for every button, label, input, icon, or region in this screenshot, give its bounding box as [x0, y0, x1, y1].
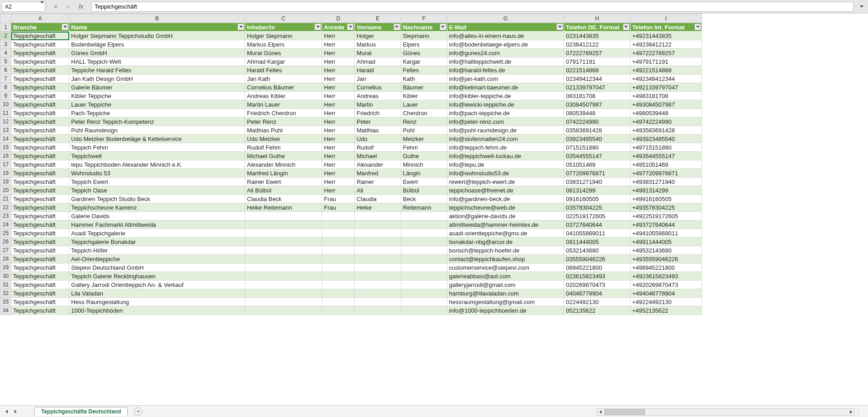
cell[interactable]: Bodenbeläge Elpers: [69, 40, 245, 49]
cell[interactable]: Markus Elpers: [245, 40, 322, 49]
cell[interactable]: 0224492130: [564, 298, 630, 306]
cell[interactable]: [355, 220, 401, 229]
cell[interactable]: +4952135622: [630, 306, 702, 315]
cell[interactable]: +4981314299: [630, 186, 702, 195]
cell[interactable]: Pohl Raumdesign: [69, 126, 245, 135]
cell[interactable]: [355, 289, 401, 298]
cell[interactable]: +4920269870473: [630, 281, 702, 289]
cancel-icon[interactable]: ✕: [52, 3, 60, 11]
table-header-cell[interactable]: Nachname: [401, 23, 447, 32]
cell[interactable]: 03831271940: [564, 178, 630, 186]
cell[interactable]: Teppichgeschäft: [11, 263, 69, 272]
cell[interactable]: Herr: [322, 169, 355, 178]
cell[interactable]: [355, 306, 401, 315]
table-header-cell[interactable]: Telefon DE. Format: [564, 23, 630, 32]
cell[interactable]: Teppichgeschäft: [11, 100, 69, 109]
cell[interactable]: Teppich Galerie Recklinghausen: [69, 272, 245, 281]
cell[interactable]: Teppichgeschäft: [11, 246, 69, 255]
cell[interactable]: Claudia Beck: [245, 195, 322, 203]
scroll-left-icon[interactable]: [597, 409, 603, 415]
cell[interactable]: Herr: [322, 100, 355, 109]
cell[interactable]: Teppichscheune Kamenz: [69, 203, 245, 212]
cell[interactable]: Herr: [322, 75, 355, 83]
row-header[interactable]: 32: [0, 289, 11, 298]
row-header[interactable]: 21: [0, 195, 11, 203]
cell[interactable]: Günes GmbH: [69, 49, 245, 57]
scroll-thumb[interactable]: [604, 409, 645, 415]
cell[interactable]: Reitemann: [401, 203, 447, 212]
row-header[interactable]: 12: [0, 117, 11, 126]
cell[interactable]: Gardinen Teppich Studio Beck: [69, 195, 245, 203]
row-header[interactable]: 5: [0, 57, 11, 66]
cell[interactable]: [245, 220, 322, 229]
row-header[interactable]: 8: [0, 83, 11, 92]
cell[interactable]: Herr: [322, 160, 355, 169]
cell[interactable]: [322, 281, 355, 289]
row-header[interactable]: 7: [0, 75, 11, 83]
cell[interactable]: Herr: [322, 57, 355, 66]
name-box[interactable]: A2: [2, 2, 45, 12]
cell[interactable]: Galerie Bäumer: [69, 83, 245, 92]
cell[interactable]: Siepmann: [401, 32, 447, 40]
cell[interactable]: +49911444005: [630, 238, 702, 246]
cell[interactable]: +497222789257: [630, 49, 702, 57]
cell[interactable]: Ael-Orientteppiche: [69, 255, 245, 263]
cell[interactable]: Pohl: [401, 126, 447, 135]
cell[interactable]: Udo: [355, 135, 401, 143]
cell[interactable]: Gallery Jarrodi Orientteppich An- & Verk…: [69, 281, 245, 289]
cell[interactable]: Elpers: [401, 40, 447, 49]
cell[interactable]: +4983181708: [630, 92, 702, 100]
add-sheet-button[interactable]: +: [134, 408, 142, 416]
cell[interactable]: [355, 281, 401, 289]
column-header[interactable]: I: [630, 14, 702, 23]
cell[interactable]: Teppich Oase: [69, 186, 245, 195]
cell[interactable]: Herr: [322, 109, 355, 117]
row-header[interactable]: 13: [0, 126, 11, 135]
cell[interactable]: hessraumgestaltung@gmail.com: [447, 298, 564, 306]
cell[interactable]: Peter: [355, 117, 401, 126]
filter-dropdown-icon[interactable]: [623, 23, 630, 30]
horizontal-scrollbar[interactable]: [597, 408, 854, 416]
cell[interactable]: teppichscheune@web.de: [447, 203, 564, 212]
table-header-cell[interactable]: E-Mail: [447, 23, 564, 32]
cell[interactable]: [245, 263, 322, 272]
cell[interactable]: Kibler Teppiche: [69, 92, 245, 100]
cell[interactable]: Lauer Teppiche: [69, 100, 245, 109]
cell[interactable]: [245, 238, 322, 246]
filter-dropdown-icon[interactable]: [694, 23, 701, 30]
cell[interactable]: [322, 212, 355, 220]
cell[interactable]: Teppichgeschäft: [11, 40, 69, 49]
row-header[interactable]: 26: [0, 238, 11, 246]
cell[interactable]: Lila Valadan: [69, 289, 245, 298]
cell[interactable]: Teppichgeschäft: [11, 152, 69, 160]
row-header[interactable]: 20: [0, 186, 11, 195]
cell[interactable]: +493583691428: [630, 126, 702, 135]
tab-prev-icon[interactable]: [3, 408, 10, 415]
cell[interactable]: +49742224990: [630, 117, 702, 126]
cell[interactable]: Ali: [355, 186, 401, 195]
grid[interactable]: ABCDEFGHI 1BrancheNameInhaber/inAnredeVo…: [0, 14, 868, 405]
row-header[interactable]: 24: [0, 220, 11, 229]
filter-dropdown-icon[interactable]: [556, 23, 563, 30]
cell[interactable]: [322, 220, 355, 229]
cell[interactable]: Jan Kath: [245, 75, 322, 83]
cell[interactable]: Längin: [401, 169, 447, 178]
cell[interactable]: info@jan-kath.com: [447, 75, 564, 83]
cell[interactable]: Matthias Pohl: [245, 126, 322, 135]
cell[interactable]: 0221514868: [564, 66, 630, 75]
cell[interactable]: [401, 306, 447, 315]
cell[interactable]: Teppich-Höfer: [69, 246, 245, 255]
cell[interactable]: Guthe: [401, 152, 447, 160]
cell[interactable]: Teppichgeschäft: [11, 143, 69, 152]
cell[interactable]: 0742224990: [564, 117, 630, 126]
cell[interactable]: Andreas: [355, 92, 401, 100]
cell[interactable]: hamburg@lilavaladan.com: [447, 289, 564, 298]
cell[interactable]: Alexander: [355, 160, 401, 169]
cell[interactable]: info@bodenbelaege-elpers.de: [447, 40, 564, 49]
cell[interactable]: 020269870473: [564, 281, 630, 289]
cell[interactable]: HALL Teppich-Welt: [69, 57, 245, 66]
row-header[interactable]: 34: [0, 306, 11, 315]
cell[interactable]: +49916160505: [630, 195, 702, 203]
row-header[interactable]: 22: [0, 203, 11, 212]
cell[interactable]: info@tepu.de: [447, 160, 564, 169]
